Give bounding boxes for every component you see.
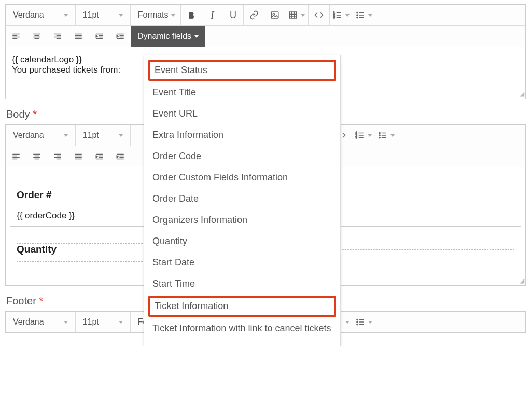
dynamic-field-item[interactable]: Event Title <box>144 82 340 103</box>
align-center-button[interactable] <box>26 146 47 167</box>
header-toolbar: Verdana 11pt Formats B I U 123 <box>5 4 526 47</box>
dynamic-field-item[interactable]: Event URL <box>144 103 340 124</box>
font-size-select[interactable]: 11pt <box>76 125 130 146</box>
image-button[interactable] <box>264 5 285 25</box>
align-left-button[interactable] <box>6 146 26 167</box>
dynamic-field-item[interactable]: Order Code <box>144 146 340 167</box>
align-justify-button[interactable] <box>68 146 89 167</box>
outdent-button[interactable] <box>89 26 110 47</box>
svg-point-24 <box>357 321 358 323</box>
svg-point-9 <box>357 17 358 18</box>
outdent-button[interactable] <box>89 146 110 167</box>
dynamic-field-item[interactable]: Order Custom Fields Information <box>144 167 340 188</box>
dynamic-fields-menu: Event StatusEvent TitleEvent URLExtra In… <box>144 55 341 346</box>
dynamic-field-item[interactable]: Extra Information <box>144 124 340 146</box>
indent-button[interactable] <box>110 26 131 47</box>
dynamic-field-item[interactable]: Order Date <box>144 188 340 209</box>
dynamic-fields-label: Dynamic fields <box>137 32 191 41</box>
code-button[interactable] <box>309 5 329 25</box>
svg-point-14 <box>379 132 380 133</box>
svg-text:3: 3 <box>333 16 335 19</box>
svg-point-7 <box>357 12 358 13</box>
font-size-select[interactable]: 11pt <box>76 312 130 332</box>
align-justify-button[interactable] <box>68 26 89 47</box>
numbered-list-button[interactable]: 123 <box>330 5 353 25</box>
font-size-label: 11pt <box>83 10 99 20</box>
dynamic-fields-button[interactable]: Dynamic fields <box>131 26 205 47</box>
formats-select[interactable]: Formats <box>131 5 181 25</box>
align-left-button[interactable] <box>6 26 26 47</box>
dynamic-field-item[interactable]: Start Time <box>144 273 340 295</box>
table-button[interactable] <box>285 5 308 25</box>
svg-rect-3 <box>290 12 297 18</box>
svg-text:B: B <box>189 10 194 19</box>
indent-button[interactable] <box>110 146 131 167</box>
font-family-select[interactable]: Verdana <box>6 312 75 332</box>
align-right-button[interactable] <box>47 146 68 167</box>
align-right-button[interactable] <box>47 26 68 47</box>
font-family-select[interactable]: Verdana <box>6 5 75 25</box>
dynamic-field-item[interactable]: Quantity <box>144 231 340 252</box>
svg-rect-1 <box>272 12 279 18</box>
bold-button[interactable]: B <box>181 5 202 25</box>
font-size-select[interactable]: 11pt <box>76 5 130 25</box>
numbered-list-button[interactable]: 123 <box>352 125 375 146</box>
svg-text:3: 3 <box>356 136 357 139</box>
link-button[interactable] <box>244 5 264 25</box>
bullet-list-button[interactable] <box>353 312 375 332</box>
font-family-label: Verdana <box>13 10 44 20</box>
dynamic-field-item[interactable]: Ticket Information <box>148 296 336 317</box>
font-family-select[interactable]: Verdana <box>6 125 75 146</box>
resize-handle-icon[interactable]: ◢ <box>520 277 524 284</box>
svg-point-23 <box>357 319 358 320</box>
bullet-list-button[interactable] <box>353 5 375 25</box>
dynamic-field-item[interactable]: Organizers Information <box>144 209 340 231</box>
formats-label: Formats <box>138 10 169 20</box>
svg-point-16 <box>379 137 380 138</box>
underline-button[interactable]: U <box>222 5 243 25</box>
italic-button[interactable]: I <box>202 5 222 25</box>
dynamic-field-item[interactable]: Event Status <box>148 60 336 81</box>
required-mark: * <box>33 108 37 120</box>
required-mark: * <box>39 295 43 306</box>
dynamic-field-item[interactable]: Start Date <box>144 252 340 273</box>
dynamic-field-item[interactable]: Venue Address <box>144 339 340 346</box>
svg-point-15 <box>379 135 380 136</box>
resize-handle-icon[interactable]: ◢ <box>520 90 524 97</box>
dynamic-field-item[interactable]: Ticket Information with link to cancel t… <box>144 318 340 339</box>
svg-point-25 <box>357 324 358 325</box>
align-center-button[interactable] <box>26 26 47 47</box>
bullet-list-button[interactable] <box>375 125 398 146</box>
svg-point-8 <box>357 15 358 16</box>
